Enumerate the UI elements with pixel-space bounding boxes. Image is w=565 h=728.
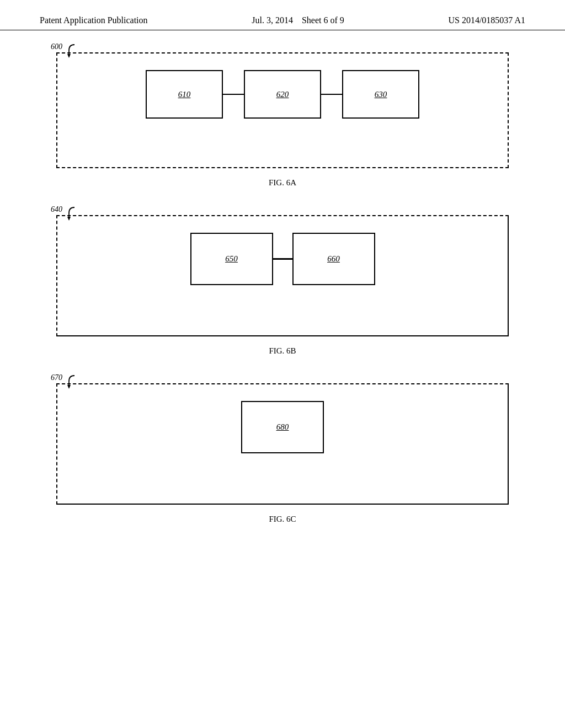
box-680-label: 680 <box>276 422 289 432</box>
box-610-label: 610 <box>178 90 191 99</box>
connector-650-660 <box>273 258 292 260</box>
caption-6c: FIG. 6C <box>269 515 296 524</box>
box-610: 610 <box>146 70 223 119</box>
box-650-label: 650 <box>225 254 238 264</box>
box-620: 620 <box>244 70 321 119</box>
ref-label-670: 670 <box>51 373 62 382</box>
box-650: 650 <box>190 233 273 285</box>
header-date-sheet: Jul. 3, 2014 Sheet 6 of 9 <box>252 15 344 25</box>
box-660: 660 <box>292 233 375 285</box>
outer-frame-6c: 680 <box>56 383 509 505</box>
ref-label-600: 600 <box>51 42 62 51</box>
header-publication-label: Patent Application Publication <box>40 15 148 25</box>
outer-frame-6b: 650 660 <box>56 215 509 336</box>
ref-label-640: 640 <box>51 205 62 214</box>
figure-6b: 640 650 660 FIG. 6B <box>40 215 525 356</box>
figure-6a: 600 610 620 <box>40 52 525 188</box>
page-header: Patent Application Publication Jul. 3, 2… <box>0 0 565 30</box>
box-630-label: 630 <box>375 90 387 99</box>
connector-610-620 <box>223 94 244 95</box>
inner-content-6c: 680 <box>57 384 508 470</box>
header-patent-number: US 2014/0185037 A1 <box>448 15 525 25</box>
box-620-label: 620 <box>276 90 289 99</box>
box-660-label: 660 <box>327 254 340 264</box>
box-630: 630 <box>342 70 419 119</box>
figure-6c: 670 680 FIG. 6C <box>40 383 525 524</box>
caption-6b: FIG. 6B <box>269 346 296 356</box>
box-680: 680 <box>241 401 324 453</box>
main-content: 600 610 620 <box>0 30 565 546</box>
caption-6a: FIG. 6A <box>269 178 296 188</box>
connector-620-630 <box>321 94 342 95</box>
outer-frame-6a: 610 620 630 <box>56 52 509 168</box>
inner-content-6b: 650 660 <box>57 216 508 302</box>
inner-content-6a: 610 620 630 <box>57 53 508 135</box>
